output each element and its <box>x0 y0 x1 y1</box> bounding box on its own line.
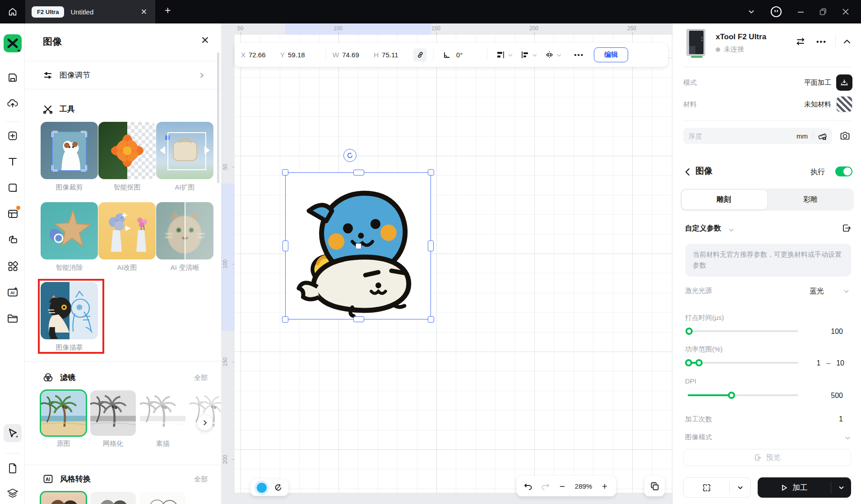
edit-image-button[interactable]: 编辑 <box>594 47 628 62</box>
camera-indicator-button[interactable] <box>257 483 267 493</box>
resize-handle-w[interactable] <box>282 240 288 251</box>
power-track[interactable] <box>688 362 798 364</box>
dot-time-value[interactable]: 100 <box>831 328 843 336</box>
resize-handle-n[interactable] <box>353 170 364 176</box>
anchor-center-handle[interactable] <box>356 243 361 249</box>
tool-card-smart-erase[interactable]: 智能消除 <box>41 202 98 272</box>
power-max-knob[interactable] <box>695 359 703 366</box>
home-button[interactable] <box>4 4 22 20</box>
dpi-value[interactable]: 500 <box>831 392 843 400</box>
camera-measure-button[interactable] <box>840 131 850 143</box>
execute-toggle[interactable] <box>835 166 852 176</box>
framing-button[interactable] <box>683 477 751 498</box>
chevron-down-icon[interactable] <box>507 52 514 58</box>
preview-button[interactable]: 预览 <box>683 449 851 466</box>
distribute-button[interactable] <box>494 48 507 62</box>
material-value[interactable]: 未知材料 <box>804 100 831 109</box>
document-tab[interactable]: F2 Ultra Untitled ✕ <box>25 0 155 23</box>
thickness-input[interactable] <box>689 132 796 140</box>
power-min-value[interactable]: 1 <box>816 359 820 367</box>
chevron-down-icon[interactable] <box>728 227 735 233</box>
zoom-level[interactable]: 289% <box>571 482 596 490</box>
auto-refresh-button[interactable] <box>271 479 285 496</box>
custom-params-label[interactable]: 自定义参数 <box>685 224 721 233</box>
text-tool-button[interactable] <box>4 153 22 171</box>
h-value[interactable]: 75.11 <box>382 51 402 59</box>
save-params-button[interactable] <box>842 223 851 235</box>
resize-handle-ne[interactable] <box>428 169 434 176</box>
rotate-handle[interactable] <box>343 149 356 162</box>
mode-value[interactable]: 平面加工 <box>804 79 831 87</box>
transform-button[interactable] <box>4 231 22 249</box>
dpi-knob[interactable] <box>728 392 735 399</box>
filter-original[interactable] <box>41 390 86 436</box>
tool-card-ai-expand[interactable]: AI扩图 <box>156 122 213 192</box>
undo-button[interactable] <box>519 476 537 496</box>
style-thumb-sketch[interactable] <box>140 492 185 504</box>
layers-button[interactable] <box>4 485 22 503</box>
chevron-down-icon[interactable] <box>748 8 755 15</box>
chevron-down-icon[interactable] <box>843 288 850 295</box>
framing-dropdown[interactable] <box>730 484 750 491</box>
measure-icon[interactable]: A <box>818 132 827 140</box>
import-button[interactable] <box>4 127 22 145</box>
tool-card-smart-cutout[interactable]: 智能抠图 <box>98 122 156 192</box>
resize-handle-se[interactable] <box>428 316 434 323</box>
cloud-upload-button[interactable] <box>4 95 22 113</box>
resize-handle-e[interactable] <box>428 240 434 251</box>
rotation-angle-button[interactable] <box>440 48 454 62</box>
panel-close-icon[interactable]: ✕ <box>201 34 209 46</box>
filters-next-button[interactable] <box>197 415 213 430</box>
tab-close-icon[interactable]: ✕ <box>139 7 149 17</box>
lock-ratio-button[interactable] <box>413 48 427 62</box>
feedback-icon[interactable] <box>770 6 782 18</box>
process-dropdown[interactable] <box>831 484 851 491</box>
resize-handle-sw[interactable] <box>282 316 288 323</box>
style-thumb-engraving[interactable] <box>90 492 136 504</box>
zoom-out-button[interactable]: − <box>554 476 571 496</box>
page-button[interactable] <box>4 459 22 477</box>
dot-time-track[interactable] <box>688 330 798 332</box>
shape-tool-button[interactable] <box>4 179 22 197</box>
minimize-icon[interactable] <box>797 9 804 15</box>
chevron-down-icon[interactable] <box>556 52 562 58</box>
tool-card-ai-clarify[interactable]: AI 变清晰 <box>156 202 213 272</box>
ai-image-button[interactable]: AI <box>4 283 22 301</box>
dot-time-knob[interactable] <box>685 328 693 335</box>
resize-handle-nw[interactable] <box>282 169 288 176</box>
tab-color-engrave[interactable]: 彩雕 <box>767 195 854 204</box>
flip-button[interactable] <box>542 48 556 62</box>
zoom-in-button[interactable]: + <box>596 476 613 496</box>
apps-button[interactable] <box>4 257 22 275</box>
style-thumb-original[interactable] <box>41 492 86 504</box>
redo-button[interactable] <box>537 476 554 496</box>
filters-all-link[interactable]: 全部 <box>194 374 208 382</box>
w-value[interactable]: 74.69 <box>342 51 362 59</box>
align-button[interactable] <box>518 48 532 62</box>
filter-sketch[interactable] <box>140 390 185 436</box>
close-window-icon[interactable] <box>842 8 849 15</box>
power-max-value[interactable]: 10 <box>836 359 844 367</box>
xtool-logo[interactable] <box>4 34 22 52</box>
image-adjust-row[interactable]: 图像调节 <box>43 70 205 80</box>
material-icon-button[interactable] <box>836 96 852 112</box>
style-transfer-all-link[interactable]: 全部 <box>194 475 208 484</box>
process-button[interactable]: 加工 <box>758 477 851 498</box>
tool-card-image-trace[interactable]: 图像描摹 <box>41 282 98 352</box>
switch-device-button[interactable] <box>796 37 805 48</box>
filter-halftone[interactable] <box>90 390 136 436</box>
material-library-button[interactable] <box>4 205 22 223</box>
collapse-panel-button[interactable] <box>842 37 852 48</box>
new-tab-button[interactable]: + <box>165 5 171 17</box>
resize-handle-s[interactable] <box>353 316 364 322</box>
laser-source-value[interactable]: 蓝光 <box>810 287 824 296</box>
canvas-area[interactable]: 50 100 150 200 250 50 100 150 200 <box>221 23 672 504</box>
chevron-down-icon[interactable] <box>532 52 538 58</box>
back-icon[interactable] <box>684 168 691 176</box>
more-options-button[interactable]: ••• <box>572 48 586 62</box>
restore-icon[interactable] <box>819 8 827 15</box>
mode-icon-button[interactable] <box>836 74 852 91</box>
tool-card-ai-edit[interactable]: AI改图 <box>98 202 156 272</box>
y-value[interactable]: 59.18 <box>288 51 308 59</box>
tab-engrave[interactable]: 雕刻 <box>680 195 767 204</box>
